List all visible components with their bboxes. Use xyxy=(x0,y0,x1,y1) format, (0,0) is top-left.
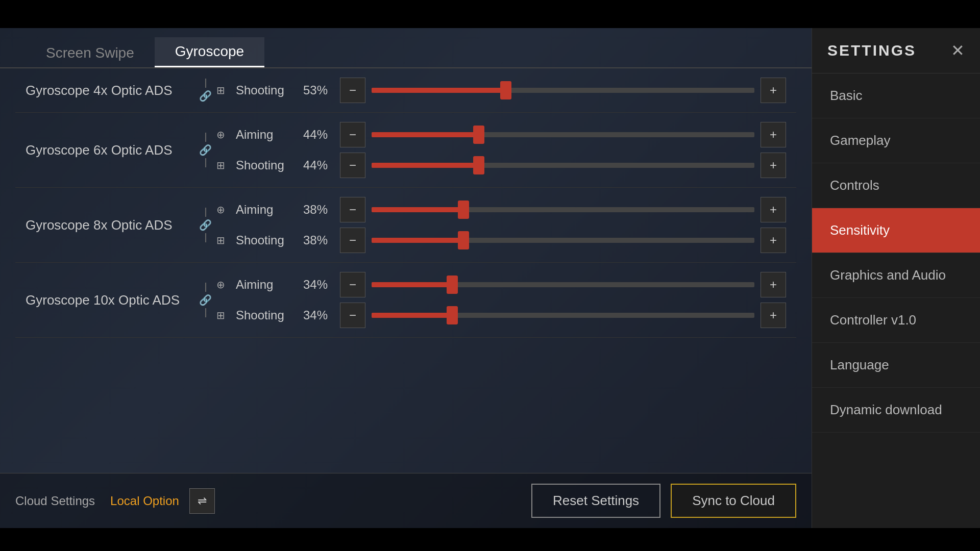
sidebar-item-language[interactable]: Language xyxy=(812,343,980,388)
shooting-plus-8x[interactable]: + xyxy=(761,228,786,253)
aiming-fill-10x xyxy=(372,282,452,287)
bottom-bar xyxy=(0,528,980,551)
shooting-label-10x: Shooting xyxy=(236,308,297,322)
transfer-icon-button[interactable]: ⇌ xyxy=(189,488,215,514)
controls-group-6x: ⊕ Aiming 44% − + ⊞ Shooting xyxy=(212,122,786,178)
sidebar-item-basic[interactable]: Basic xyxy=(812,73,980,118)
icon-connector-4x: 🔗 xyxy=(199,79,212,102)
aiming-icon-6x: ⊕ xyxy=(212,126,230,144)
slider-row-10x-shooting: ⊞ Shooting 34% − + xyxy=(212,303,786,328)
aiming-plus-10x[interactable]: + xyxy=(761,272,786,297)
shooting-icon-10x: ⊞ xyxy=(212,307,230,324)
sidebar-items: Basic Gameplay Controls Sensitivity Grap… xyxy=(812,73,980,528)
main-container: Screen Swipe Gyroscope Gyroscope 4x Opti… xyxy=(0,28,980,528)
tab-gyroscope[interactable]: Gyroscope xyxy=(155,37,264,67)
shooting-minus-4x[interactable]: − xyxy=(340,78,365,103)
settings-title: SETTINGS xyxy=(827,42,916,59)
sync-to-cloud-button[interactable]: Sync to Cloud xyxy=(671,484,796,518)
sidebar-item-sensitivity[interactable]: Sensitivity xyxy=(812,208,980,253)
shooting-icon-8x: ⊞ xyxy=(212,232,230,249)
sidebar-item-controller[interactable]: Controller v1.0 xyxy=(812,298,980,343)
local-option-label: Local Option xyxy=(110,494,179,508)
shooting-fill-10x xyxy=(372,313,452,318)
aiming-minus-6x[interactable]: − xyxy=(340,122,365,147)
aiming-icon-10x: ⊕ xyxy=(212,276,230,294)
shooting-icon-6x: ⊞ xyxy=(212,157,230,174)
aiming-label-6x: Aiming xyxy=(236,128,297,142)
shooting-plus-10x[interactable]: + xyxy=(761,303,786,328)
tab-screen-swipe[interactable]: Screen Swipe xyxy=(26,39,155,67)
aiming-plus-6x[interactable]: + xyxy=(761,122,786,147)
shooting-plus-6x[interactable]: + xyxy=(761,153,786,178)
gyro-label-6x: Gyroscope 6x Optic ADS xyxy=(26,142,199,158)
shooting-minus-8x[interactable]: − xyxy=(340,228,365,253)
top-bar xyxy=(0,0,980,28)
shooting-fill-4x xyxy=(372,88,506,93)
aiming-plus-8x[interactable]: + xyxy=(761,197,786,222)
aiming-value-8x: 38% xyxy=(303,203,334,217)
shooting-label-4x: Shooting xyxy=(236,83,297,97)
aiming-fill-8x xyxy=(372,207,463,212)
shooting-track-8x[interactable] xyxy=(372,238,754,243)
aiming-track-10x[interactable] xyxy=(372,282,754,287)
shooting-fill-6x xyxy=(372,163,479,168)
shooting-value-8x: 38% xyxy=(303,233,334,247)
aiming-thumb-10x[interactable] xyxy=(447,276,458,294)
close-button[interactable]: ✕ xyxy=(951,41,965,60)
slider-row-8x-shooting: ⊞ Shooting 38% − + xyxy=(212,228,786,253)
gyro-section-6x: Gyroscope 6x Optic ADS 🔗 ⊕ Aiming 44% − xyxy=(15,113,796,188)
footer-bar: Cloud Settings Local Option ⇌ Reset Sett… xyxy=(0,473,812,528)
settings-header: SETTINGS ✕ xyxy=(812,28,980,73)
shooting-thumb-6x[interactable] xyxy=(473,156,484,174)
sidebar-item-controls[interactable]: Controls xyxy=(812,163,980,208)
shooting-fill-8x xyxy=(372,238,463,243)
slider-row-4x-shooting: ⊞ Shooting 53% − + xyxy=(212,78,786,103)
aiming-track-8x[interactable] xyxy=(372,207,754,212)
shooting-track-10x[interactable] xyxy=(372,313,754,318)
slider-row-6x-shooting: ⊞ Shooting 44% − + xyxy=(212,153,786,178)
aiming-label-8x: Aiming xyxy=(236,203,297,217)
slider-row-10x-aiming: ⊕ Aiming 34% − + xyxy=(212,272,786,297)
shooting-thumb-8x[interactable] xyxy=(458,231,469,249)
gyro-label-8x: Gyroscope 8x Optic ADS xyxy=(26,217,199,233)
shooting-value-4x: 53% xyxy=(303,83,334,97)
icon-connector-10x: 🔗 xyxy=(199,283,212,317)
sidebar-item-gameplay[interactable]: Gameplay xyxy=(812,118,980,163)
sliders-container: Gyroscope 4x Optic ADS 🔗 ⊞ Shooting 53% … xyxy=(0,68,812,473)
shooting-minus-10x[interactable]: − xyxy=(340,303,365,328)
shooting-value-6x: 44% xyxy=(303,158,334,172)
aiming-thumb-6x[interactable] xyxy=(473,126,484,144)
icon-connector-6x: 🔗 xyxy=(199,133,212,167)
aiming-track-6x[interactable] xyxy=(372,132,754,137)
aiming-icon-8x: ⊕ xyxy=(212,201,230,219)
gyro-label-4x: Gyroscope 4x Optic ADS xyxy=(26,83,199,98)
shooting-minus-6x[interactable]: − xyxy=(340,153,365,178)
controls-group-8x: ⊕ Aiming 38% − + ⊞ Shooting xyxy=(212,197,786,253)
slider-row-8x-aiming: ⊕ Aiming 38% − + xyxy=(212,197,786,222)
gyro-label-10x: Gyroscope 10x Optic ADS xyxy=(26,292,199,308)
cloud-settings-label: Cloud Settings xyxy=(15,494,95,508)
shooting-track-4x[interactable] xyxy=(372,88,754,93)
sidebar: SETTINGS ✕ Basic Gameplay Controls Sensi… xyxy=(812,28,980,528)
shooting-icon-4x: ⊞ xyxy=(212,82,230,99)
reset-settings-button[interactable]: Reset Settings xyxy=(531,484,660,518)
controls-group-4x: ⊞ Shooting 53% − + xyxy=(212,78,786,103)
gyro-section-10x: Gyroscope 10x Optic ADS 🔗 ⊕ Aiming 34% − xyxy=(15,263,796,338)
aiming-value-10x: 34% xyxy=(303,278,334,292)
shooting-plus-4x[interactable]: + xyxy=(761,78,786,103)
shooting-label-6x: Shooting xyxy=(236,158,297,172)
gyro-section-8x: Gyroscope 8x Optic ADS 🔗 ⊕ Aiming 38% − xyxy=(15,188,796,263)
aiming-fill-6x xyxy=(372,132,479,137)
slider-row-6x-aiming: ⊕ Aiming 44% − + xyxy=(212,122,786,147)
sidebar-item-graphics-audio[interactable]: Graphics and Audio xyxy=(812,253,980,298)
shooting-value-10x: 34% xyxy=(303,308,334,322)
aiming-minus-10x[interactable]: − xyxy=(340,272,365,297)
aiming-thumb-8x[interactable] xyxy=(458,201,469,219)
aiming-value-6x: 44% xyxy=(303,128,334,142)
sidebar-item-dynamic-download[interactable]: Dynamic download xyxy=(812,388,980,433)
aiming-minus-8x[interactable]: − xyxy=(340,197,365,222)
shooting-thumb-10x[interactable] xyxy=(447,306,458,324)
shooting-thumb-4x[interactable] xyxy=(500,81,511,99)
shooting-track-6x[interactable] xyxy=(372,163,754,168)
gyro-section-4x: Gyroscope 4x Optic ADS 🔗 ⊞ Shooting 53% … xyxy=(15,68,796,113)
